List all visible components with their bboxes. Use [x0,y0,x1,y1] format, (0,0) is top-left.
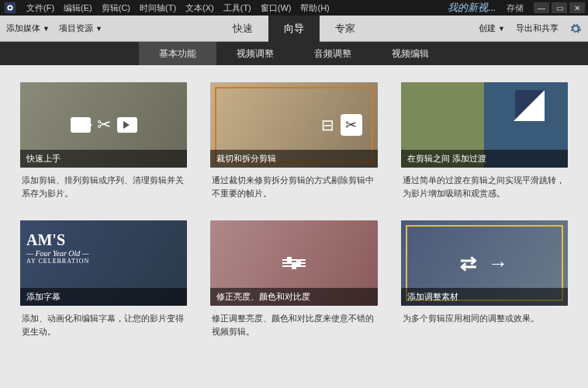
tab-guided[interactable]: 向导 [268,16,320,42]
guide-card-adjustment-layer[interactable]: ⇄→添加调整素材 为多个剪辑应用相同的调整或效果。 [401,220,568,345]
tab-expert[interactable]: 专家 [320,16,371,42]
card-caption: 快速上手 [20,150,187,168]
save-button[interactable]: 存储 [507,2,524,14]
camera-icon [71,117,91,133]
card-caption: 裁切和拆分剪辑 [210,150,377,168]
arrow-right-icon: → [488,251,508,275]
scissors-icon: ✂ [97,115,111,135]
chevron-down-icon: ▼ [43,25,50,33]
card-caption: 在剪辑之间 添加过渡 [401,150,568,168]
content-area[interactable]: ✂快速上手 添加剪辑、排列剪辑或序列、清理剪辑并关系存为影片。 ⊟✂裁切和拆分剪… [0,65,588,388]
project-title: 我的新视... [448,1,496,15]
card-desc: 添加剪辑、排列剪辑或序列、清理剪辑并关系存为影片。 [20,168,187,206]
subtab-audio-adjust[interactable]: 音频调整 [294,42,372,65]
card-desc: 通过简单的过渡在剪辑之间实现平滑跳转，为影片增加吸睛和观赏感。 [401,168,568,206]
card-desc: 修正调整亮度、颜色和对比度来使意不错的视频剪辑。 [210,306,377,345]
menu-timeline[interactable]: 时间轴(T) [135,2,181,14]
card-desc: 添加、动画化和编辑字幕，让您的影片变得更生动。 [20,306,187,345]
card-caption: 添加调整素材 [401,288,568,306]
card-desc: 为多个剪辑应用相同的调整或效果。 [401,306,568,345]
menu-file[interactable]: 文件(F) [22,2,59,14]
card-caption: 修正亮度、颜色和对比度 [210,288,377,306]
maximize-icon[interactable]: ▭ [552,2,567,13]
guide-card-color-correct[interactable]: 修正亮度、颜色和对比度 修正调整亮度、颜色和对比度来使意不错的视频剪辑。 [210,220,377,345]
toolbar: 添加媒体▼ 项目资源▼ 快速 向导 专家 创建▼ 导出和共享 [0,16,588,42]
guide-card-trim[interactable]: ⊟✂裁切和拆分剪辑 通过裁切来修剪拆分剪辑的方式剔除剪辑中不重要的帧片。 [210,82,377,206]
card-caption: 添加字幕 [20,288,187,306]
menu-window[interactable]: 窗口(W) [256,2,296,14]
subtab-video-adjust[interactable]: 视频调整 [216,42,294,65]
subtabs: 基本功能 视频调整 音频调整 视频编辑 [0,42,588,65]
menu-edit[interactable]: 编辑(E) [59,2,97,14]
create-button[interactable]: 创建▼ [479,23,505,34]
split-icon: ⊟ [321,116,334,134]
subtab-video-edit[interactable]: 视频编辑 [372,42,449,65]
guide-card-quickstart[interactable]: ✂快速上手 添加剪辑、排列剪辑或序列、清理剪辑并关系存为影片。 [20,82,187,206]
app-logo-icon [3,1,17,15]
guide-card-transitions[interactable]: 在剪辑之间 添加过渡 通过简单的过渡在剪辑之间实现平滑跳转，为影片增加吸睛和观赏… [401,82,568,206]
play-icon [117,117,137,133]
gear-icon[interactable] [569,23,582,35]
scissors-icon: ✂ [341,114,362,136]
swap-icon: ⇄ [460,251,477,275]
mode-tabs: 快速 向导 专家 [217,16,371,42]
menu-text[interactable]: 文本(X) [181,2,219,14]
tab-quick[interactable]: 快速 [217,16,268,42]
menu-help[interactable]: 帮助(H) [296,2,334,14]
project-assets-button[interactable]: 项目资源▼ [59,23,102,34]
card-desc: 通过裁切来修剪拆分剪辑的方式剔除剪辑中不重要的帧片。 [210,168,377,206]
add-media-button[interactable]: 添加媒体▼ [6,23,50,34]
close-icon[interactable]: ✕ [569,2,585,13]
svg-point-2 [9,6,12,9]
sliders-icon [282,259,306,267]
menu-tools[interactable]: 工具(T) [219,2,256,14]
guide-card-titles[interactable]: AM'S— Four Year Old —AY CELEBRATION添加字幕 … [20,220,187,345]
minimize-icon[interactable]: — [534,2,549,13]
export-share-button[interactable]: 导出和共享 [516,23,559,34]
menu-clip[interactable]: 剪辑(C) [97,2,135,14]
chevron-down-icon: ▼ [95,25,102,33]
subtab-basics[interactable]: 基本功能 [139,42,216,65]
menubar: 文件(F) 编辑(E) 剪辑(C) 时间轴(T) 文本(X) 工具(T) 窗口(… [0,0,588,16]
chevron-down-icon: ▼ [498,25,505,33]
